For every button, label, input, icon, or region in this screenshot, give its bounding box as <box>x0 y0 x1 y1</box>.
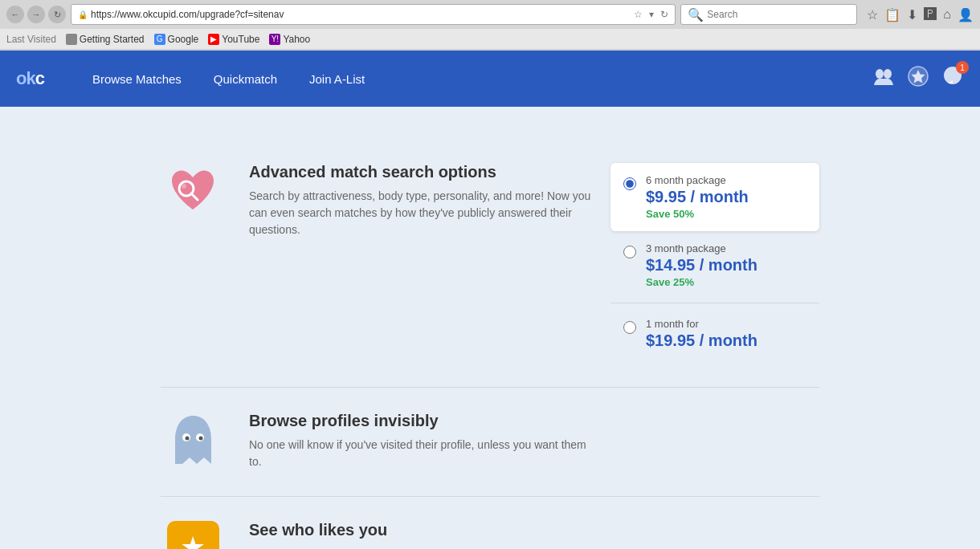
bookmark-yahoo[interactable]: Y! Yahoo <box>269 34 310 45</box>
feature-desc-1: No one will know if you've visited their… <box>249 437 594 470</box>
feature-icon-heart-search <box>161 163 225 221</box>
home-icon[interactable]: ⌂ <box>943 7 951 22</box>
okcupid-navbar: okc Browse Matches Quickmatch Join A-Lis… <box>0 51 980 107</box>
feature-text-advanced-search: Advanced match search options Search by … <box>241 163 594 238</box>
star-badge: ★ <box>167 521 219 549</box>
upgrade-container: Advanced match search options Search by … <box>129 123 851 549</box>
main-nav: Browse Matches Quickmatch Join A-List <box>76 66 381 92</box>
pricing-details-1month: 1 month for $19.95 / month <box>646 318 757 352</box>
search-glass-icon: 🔍 <box>688 7 704 22</box>
pricing-label-3month: 3 month package <box>646 242 757 254</box>
menu-icon[interactable]: 👤 <box>958 7 974 22</box>
nav-join-alist[interactable]: Join A-List <box>293 66 381 92</box>
feature-title-1: Browse profiles invisibly <box>249 412 594 430</box>
browser-toolbar: ← → ↻ 🔒 https://www.okcupid.com/upgrade?… <box>0 0 980 29</box>
feature-text-likes: See who likes you Get the full list of p… <box>241 521 594 549</box>
pricing-option-3month[interactable]: 3 month package $14.95 / month Save 25% <box>610 231 819 299</box>
bookmark-google[interactable]: G Google <box>154 34 199 45</box>
toolbar-icons: ☆ 📋 ⬇ 🅿 ⌂ 👤 <box>867 7 974 22</box>
pricing-radio-3month[interactable] <box>623 246 636 258</box>
bookmarks-icon[interactable]: ☆ <box>867 7 878 22</box>
pricing-save-3month: Save 25% <box>646 276 757 288</box>
favorites-icon[interactable] <box>908 66 929 92</box>
url-text: https://www.okcupid.com/upgrade?cf=siten… <box>91 9 634 20</box>
recently-visited-label: Last Visited <box>6 34 56 45</box>
feature-desc-2: Get the full list of people who like you… <box>249 546 594 549</box>
matches-icon[interactable] <box>872 67 895 90</box>
feature-row-likes: ★ See who likes you Get the full list of… <box>161 497 819 549</box>
dropdown-icon[interactable]: ▾ <box>649 9 654 20</box>
feature-icon-ghost <box>161 412 225 472</box>
pricing-details-3month: 3 month package $14.95 / month Save 25% <box>646 242 757 288</box>
svg-point-0 <box>876 69 884 79</box>
pricing-label-1month: 1 month for <box>646 318 757 330</box>
svg-point-11 <box>198 437 202 441</box>
nav-quickmatch[interactable]: Quickmatch <box>198 66 293 92</box>
back-button[interactable]: ← <box>6 6 24 23</box>
nav-browse-matches[interactable]: Browse Matches <box>76 66 198 92</box>
okc-logo: okc <box>16 68 44 89</box>
forward-button[interactable]: → <box>27 6 45 23</box>
bookmarks-bar: Last Visited Getting Started G Google ▶ … <box>0 29 980 50</box>
svg-point-1 <box>884 69 892 79</box>
main-content: Advanced match search options Search by … <box>0 107 980 549</box>
pricing-price-3month: $14.95 / month <box>646 256 757 274</box>
pocket-icon[interactable]: 🅿 <box>924 7 937 22</box>
feature-desc-0: Search by attractiveness, body type, per… <box>249 188 594 238</box>
refresh-icon[interactable]: ↻ <box>660 9 668 20</box>
messages-icon[interactable]: 1 <box>941 66 964 92</box>
svg-point-7 <box>182 184 186 189</box>
pricing-price-6month: $9.95 / month <box>646 188 749 206</box>
history-icon[interactable]: 📋 <box>884 7 900 22</box>
bookmark-getting-started[interactable]: Getting Started <box>66 34 145 45</box>
address-bar-icons: ☆ ▾ ↻ <box>634 9 668 20</box>
feature-title-2: See who likes you <box>249 521 594 539</box>
feature-text-invisible: Browse profiles invisibly No one will kn… <box>241 412 594 470</box>
nav-right: 1 <box>872 66 964 92</box>
address-bar[interactable]: 🔒 https://www.okcupid.com/upgrade?cf=sit… <box>71 4 676 25</box>
pricing-divider <box>610 303 819 303</box>
pricing-details-6month: 6 month package $9.95 / month Save 50% <box>646 174 749 220</box>
feature-title-0: Advanced match search options <box>249 163 594 181</box>
bookmark-youtube[interactable]: ▶ YouTube <box>208 34 259 45</box>
pricing-option-1month[interactable]: 1 month for $19.95 / month <box>610 307 819 363</box>
pricing-label-6month: 6 month package <box>646 174 749 186</box>
message-badge: 1 <box>956 61 969 74</box>
pricing-radio-6month[interactable] <box>623 177 636 190</box>
pricing-panel: 6 month package $9.95 / month Save 50% 3… <box>610 163 819 363</box>
bookmark-star-icon[interactable]: ☆ <box>634 9 643 20</box>
feature-row-invisible: Browse profiles invisibly No one will kn… <box>161 388 819 497</box>
pricing-radio-1month[interactable] <box>623 321 636 334</box>
feature-row-advanced-search: Advanced match search options Search by … <box>161 139 819 388</box>
lock-icon: 🔒 <box>78 10 88 19</box>
reload-button[interactable]: ↻ <box>48 6 66 23</box>
downloads-icon[interactable]: ⬇ <box>907 7 917 22</box>
nav-buttons: ← → ↻ <box>6 6 66 23</box>
browser-chrome: ← → ↻ 🔒 https://www.okcupid.com/upgrade?… <box>0 0 980 51</box>
svg-point-10 <box>185 437 189 441</box>
pricing-save-6month: Save 50% <box>646 208 749 220</box>
pricing-option-6month[interactable]: 6 month package $9.95 / month Save 50% <box>610 163 819 231</box>
search-input[interactable] <box>707 9 850 20</box>
pricing-price-1month: $19.95 / month <box>646 331 757 350</box>
search-bar[interactable]: 🔍 <box>680 4 857 25</box>
feature-icon-star: ★ <box>161 521 225 549</box>
